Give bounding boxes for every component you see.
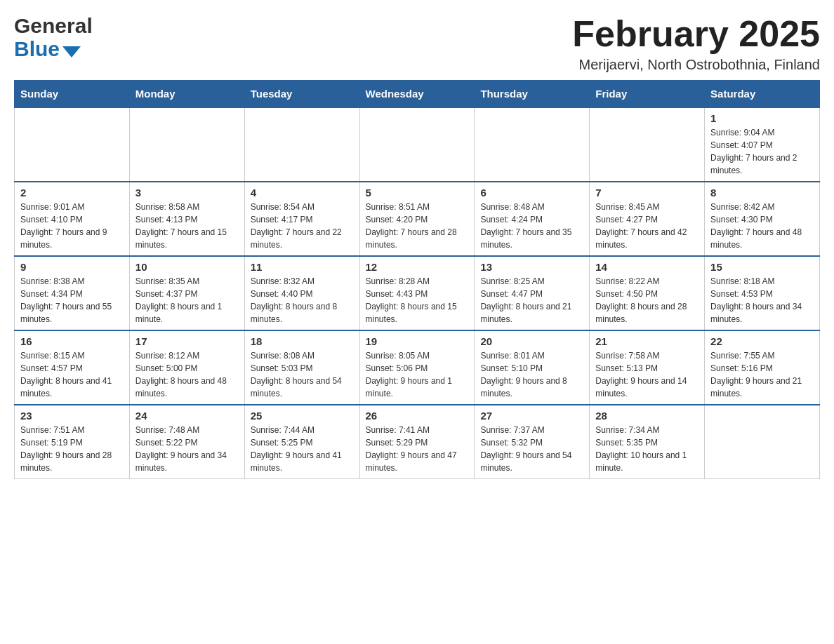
day-number: 23 bbox=[20, 410, 124, 422]
calendar-header-sunday: Sunday bbox=[15, 81, 130, 108]
day-info: Sunrise: 9:01 AMSunset: 4:10 PMDaylight:… bbox=[20, 201, 124, 251]
calendar-cell: 12Sunrise: 8:28 AMSunset: 4:43 PMDayligh… bbox=[359, 256, 475, 330]
day-number: 20 bbox=[480, 335, 583, 347]
calendar-cell bbox=[359, 107, 475, 182]
week-row-1: 1Sunrise: 9:04 AMSunset: 4:07 PMDaylight… bbox=[15, 107, 820, 182]
day-number: 21 bbox=[595, 335, 699, 347]
day-number: 15 bbox=[710, 261, 814, 273]
calendar-cell: 15Sunrise: 8:18 AMSunset: 4:53 PMDayligh… bbox=[705, 256, 820, 330]
day-info: Sunrise: 8:48 AMSunset: 4:24 PMDaylight:… bbox=[480, 201, 583, 251]
week-row-5: 23Sunrise: 7:51 AMSunset: 5:19 PMDayligh… bbox=[15, 405, 820, 479]
calendar-cell: 5Sunrise: 8:51 AMSunset: 4:20 PMDaylight… bbox=[359, 182, 475, 256]
page-header: General Blue February 2025 Merijaervi, N… bbox=[14, 14, 820, 73]
day-info: Sunrise: 7:55 AMSunset: 5:16 PMDaylight:… bbox=[710, 349, 814, 400]
day-number: 13 bbox=[480, 261, 583, 273]
day-number: 27 bbox=[480, 410, 583, 422]
day-info: Sunrise: 8:05 AMSunset: 5:06 PMDaylight:… bbox=[366, 349, 469, 400]
calendar-header-friday: Friday bbox=[590, 81, 705, 108]
day-info: Sunrise: 9:04 AMSunset: 4:07 PMDaylight:… bbox=[710, 126, 814, 177]
day-number: 16 bbox=[20, 335, 124, 347]
calendar-header-saturday: Saturday bbox=[705, 81, 820, 108]
day-number: 10 bbox=[135, 261, 239, 273]
day-number: 3 bbox=[135, 187, 239, 199]
day-info: Sunrise: 8:18 AMSunset: 4:53 PMDaylight:… bbox=[710, 275, 814, 326]
month-title: February 2025 bbox=[572, 14, 820, 54]
day-info: Sunrise: 8:35 AMSunset: 4:37 PMDaylight:… bbox=[135, 275, 239, 326]
day-info: Sunrise: 7:51 AMSunset: 5:19 PMDaylight:… bbox=[20, 424, 124, 474]
day-info: Sunrise: 8:28 AMSunset: 4:43 PMDaylight:… bbox=[366, 275, 469, 326]
calendar-header-monday: Monday bbox=[129, 81, 244, 108]
calendar-header-row: SundayMondayTuesdayWednesdayThursdayFrid… bbox=[15, 81, 820, 108]
day-info: Sunrise: 8:38 AMSunset: 4:34 PMDaylight:… bbox=[20, 275, 124, 326]
day-info: Sunrise: 7:37 AMSunset: 5:32 PMDaylight:… bbox=[480, 424, 583, 474]
day-number: 5 bbox=[366, 187, 469, 199]
calendar-cell: 22Sunrise: 7:55 AMSunset: 5:16 PMDayligh… bbox=[705, 330, 820, 405]
calendar-cell: 16Sunrise: 8:15 AMSunset: 4:57 PMDayligh… bbox=[15, 330, 130, 405]
calendar-header-thursday: Thursday bbox=[475, 81, 590, 108]
day-number: 6 bbox=[480, 187, 583, 199]
logo-blue-text: Blue bbox=[14, 37, 60, 60]
day-number: 11 bbox=[251, 261, 354, 273]
calendar-cell bbox=[475, 107, 590, 182]
calendar-cell: 28Sunrise: 7:34 AMSunset: 5:35 PMDayligh… bbox=[590, 405, 705, 479]
calendar-cell: 17Sunrise: 8:12 AMSunset: 5:00 PMDayligh… bbox=[129, 330, 244, 405]
day-info: Sunrise: 7:44 AMSunset: 5:25 PMDaylight:… bbox=[251, 424, 354, 474]
day-info: Sunrise: 7:58 AMSunset: 5:13 PMDaylight:… bbox=[595, 349, 699, 400]
day-number: 22 bbox=[710, 335, 814, 347]
day-number: 28 bbox=[595, 410, 699, 422]
calendar-cell: 10Sunrise: 8:35 AMSunset: 4:37 PMDayligh… bbox=[129, 256, 244, 330]
calendar-cell: 24Sunrise: 7:48 AMSunset: 5:22 PMDayligh… bbox=[129, 405, 244, 479]
calendar-cell: 18Sunrise: 8:08 AMSunset: 5:03 PMDayligh… bbox=[244, 330, 359, 405]
day-info: Sunrise: 7:41 AMSunset: 5:29 PMDaylight:… bbox=[366, 424, 469, 474]
calendar-table: SundayMondayTuesdayWednesdayThursdayFrid… bbox=[14, 80, 820, 479]
calendar-cell bbox=[244, 107, 359, 182]
day-number: 4 bbox=[251, 187, 354, 199]
logo-general-text: General bbox=[14, 14, 93, 37]
day-number: 26 bbox=[366, 410, 469, 422]
day-info: Sunrise: 8:42 AMSunset: 4:30 PMDaylight:… bbox=[710, 201, 814, 251]
calendar-cell: 11Sunrise: 8:32 AMSunset: 4:40 PMDayligh… bbox=[244, 256, 359, 330]
calendar-cell: 14Sunrise: 8:22 AMSunset: 4:50 PMDayligh… bbox=[590, 256, 705, 330]
day-info: Sunrise: 8:01 AMSunset: 5:10 PMDaylight:… bbox=[480, 349, 583, 400]
calendar-cell: 25Sunrise: 7:44 AMSunset: 5:25 PMDayligh… bbox=[244, 405, 359, 479]
day-info: Sunrise: 8:58 AMSunset: 4:13 PMDaylight:… bbox=[135, 201, 239, 251]
day-number: 9 bbox=[20, 261, 124, 273]
day-info: Sunrise: 7:34 AMSunset: 5:35 PMDaylight:… bbox=[595, 424, 699, 474]
day-info: Sunrise: 7:48 AMSunset: 5:22 PMDaylight:… bbox=[135, 424, 239, 474]
calendar-header-wednesday: Wednesday bbox=[359, 81, 475, 108]
calendar-cell: 9Sunrise: 8:38 AMSunset: 4:34 PMDaylight… bbox=[15, 256, 130, 330]
day-number: 18 bbox=[251, 335, 354, 347]
day-info: Sunrise: 8:45 AMSunset: 4:27 PMDaylight:… bbox=[595, 201, 699, 251]
calendar-cell: 13Sunrise: 8:25 AMSunset: 4:47 PMDayligh… bbox=[475, 256, 590, 330]
calendar-cell: 8Sunrise: 8:42 AMSunset: 4:30 PMDaylight… bbox=[705, 182, 820, 256]
calendar-cell: 26Sunrise: 7:41 AMSunset: 5:29 PMDayligh… bbox=[359, 405, 475, 479]
calendar-cell: 2Sunrise: 9:01 AMSunset: 4:10 PMDaylight… bbox=[15, 182, 130, 256]
week-row-4: 16Sunrise: 8:15 AMSunset: 4:57 PMDayligh… bbox=[15, 330, 820, 405]
day-info: Sunrise: 8:15 AMSunset: 4:57 PMDaylight:… bbox=[20, 349, 124, 400]
day-number: 7 bbox=[595, 187, 699, 199]
title-block: February 2025 Merijaervi, North Ostrobot… bbox=[572, 14, 820, 73]
day-number: 14 bbox=[595, 261, 699, 273]
day-number: 8 bbox=[710, 187, 814, 199]
calendar-cell: 21Sunrise: 7:58 AMSunset: 5:13 PMDayligh… bbox=[590, 330, 705, 405]
calendar-cell: 1Sunrise: 9:04 AMSunset: 4:07 PMDaylight… bbox=[705, 107, 820, 182]
calendar-cell bbox=[590, 107, 705, 182]
day-number: 1 bbox=[710, 112, 814, 124]
logo: General Blue bbox=[14, 14, 93, 60]
day-info: Sunrise: 8:22 AMSunset: 4:50 PMDaylight:… bbox=[595, 275, 699, 326]
calendar-cell: 19Sunrise: 8:05 AMSunset: 5:06 PMDayligh… bbox=[359, 330, 475, 405]
day-info: Sunrise: 8:51 AMSunset: 4:20 PMDaylight:… bbox=[366, 201, 469, 251]
day-info: Sunrise: 8:12 AMSunset: 5:00 PMDaylight:… bbox=[135, 349, 239, 400]
day-number: 17 bbox=[135, 335, 239, 347]
day-number: 24 bbox=[135, 410, 239, 422]
calendar-cell: 23Sunrise: 7:51 AMSunset: 5:19 PMDayligh… bbox=[15, 405, 130, 479]
day-number: 25 bbox=[251, 410, 354, 422]
calendar-cell: 3Sunrise: 8:58 AMSunset: 4:13 PMDaylight… bbox=[129, 182, 244, 256]
day-number: 19 bbox=[366, 335, 469, 347]
day-info: Sunrise: 8:54 AMSunset: 4:17 PMDaylight:… bbox=[251, 201, 354, 251]
calendar-cell bbox=[129, 107, 244, 182]
calendar-cell: 20Sunrise: 8:01 AMSunset: 5:10 PMDayligh… bbox=[475, 330, 590, 405]
day-info: Sunrise: 8:25 AMSunset: 4:47 PMDaylight:… bbox=[480, 275, 583, 326]
calendar-cell: 6Sunrise: 8:48 AMSunset: 4:24 PMDaylight… bbox=[475, 182, 590, 256]
calendar-cell: 27Sunrise: 7:37 AMSunset: 5:32 PMDayligh… bbox=[475, 405, 590, 479]
